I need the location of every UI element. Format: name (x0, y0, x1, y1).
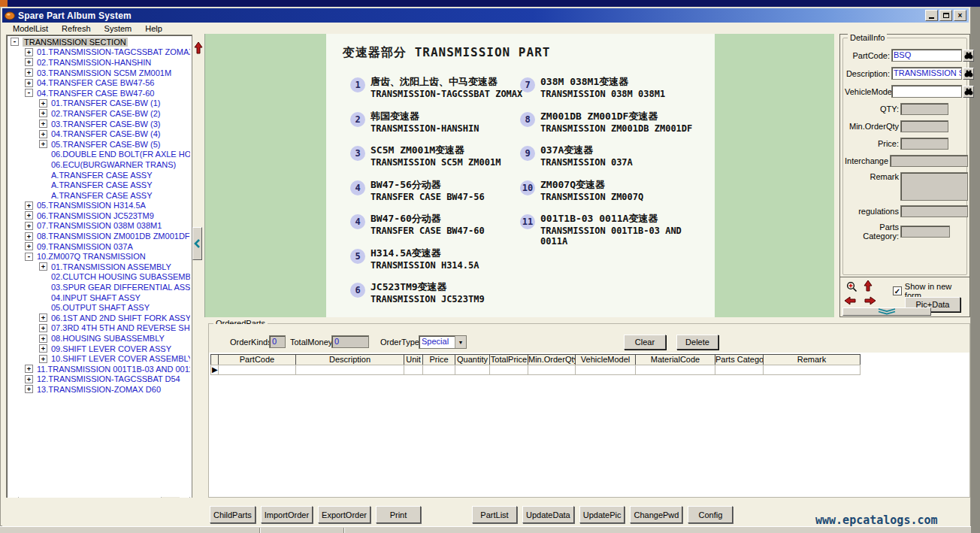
expand-icon[interactable]: + (25, 385, 33, 393)
tree-item[interactable]: - 04.TRANSFER CASE BW47-60 (8, 88, 190, 98)
tree-item[interactable]: 06.DOUBLE END BOLT(FR AXLE HOUSING) (8, 150, 190, 160)
pan-up-icon[interactable] (863, 280, 873, 292)
footer-button[interactable]: ExportOrder (318, 506, 371, 523)
tree-item[interactable]: + 07.TRANSMISSION 038M 038M1 (8, 221, 190, 232)
order-type-select[interactable]: Special ▼ (419, 335, 467, 349)
footer-button[interactable]: ImportOrder (261, 506, 313, 523)
grid-cell[interactable] (404, 365, 423, 375)
panel-collapse-handle[interactable] (192, 227, 202, 260)
tree-item[interactable]: + 06.1ST AND 2ND SHIFT FORK ASSY (8, 313, 190, 323)
footer-button[interactable]: ChildParts (210, 506, 256, 523)
pan-left-icon[interactable] (844, 295, 857, 306)
delete-button[interactable]: Delete (676, 335, 718, 350)
grid-header[interactable]: Unit (404, 354, 423, 365)
tree-item[interactable]: + 04.TRANSFER CASE BW47-56 (8, 77, 190, 88)
grid-header[interactable]: PartCode (218, 354, 296, 365)
expand-icon[interactable]: + (25, 48, 33, 56)
collapse-icon[interactable]: - (11, 38, 19, 46)
expand-icon[interactable]: - (25, 253, 33, 261)
tree-item[interactable]: A.TRANSFER CASE ASSY (8, 190, 190, 201)
grid-cell[interactable] (763, 365, 861, 375)
search-part-code-button[interactable] (963, 50, 974, 62)
expand-icon[interactable]: + (25, 211, 33, 220)
expand-icon[interactable]: + (39, 355, 47, 363)
part-code-input[interactable]: BSQ (891, 49, 962, 62)
pan-right-icon[interactable] (864, 295, 876, 306)
tree-item[interactable]: + 12.TRANSMISSION-TAGCSSBAT D54 (8, 374, 190, 385)
tree-item[interactable]: + 05.TRANSFER CASE-BW (5) (8, 139, 190, 150)
expand-icon[interactable]: + (39, 313, 47, 322)
grid-cell[interactable] (422, 365, 455, 375)
expand-icon[interactable]: + (25, 201, 33, 210)
grid-header[interactable]: VehicleModel (575, 354, 636, 365)
expand-icon[interactable]: + (25, 375, 33, 383)
expand-icon[interactable]: + (25, 365, 33, 373)
tree-item[interactable]: + 09.SHIFT LEVER COVER ASSY (8, 344, 190, 354)
tree-item[interactable]: + 06.TRANSMISSION JC523TM9 (8, 210, 190, 221)
expand-icon[interactable]: + (39, 262, 47, 271)
tree-item[interactable]: + 01.TRANSMISSION-TAGCSSBAT ZOMAX (8, 47, 190, 58)
expand-icon[interactable]: + (39, 109, 47, 117)
footer-button[interactable]: UpdatePic (579, 506, 625, 523)
tree-item[interactable]: + 11.TRANSMISSION 001T1B-03 AND 0011A (8, 364, 190, 374)
grid-cell[interactable] (528, 365, 576, 375)
expand-icon[interactable]: + (25, 79, 33, 87)
expand-icon[interactable]: - (25, 89, 33, 97)
tree-item[interactable]: + 04.TRANSFER CASE-BW (4) (8, 129, 190, 139)
grid-cell[interactable] (489, 365, 528, 375)
expand-icon[interactable]: + (39, 324, 47, 332)
grid-cell[interactable] (635, 365, 715, 375)
grid-cell[interactable] (218, 365, 296, 375)
chevron-down-icon[interactable]: ▼ (455, 336, 466, 348)
vehicle-model-input[interactable] (891, 85, 962, 98)
tree-item[interactable]: + 10.SHIFT LEVER COVER ASSEMBLY (8, 353, 190, 364)
tree-item[interactable]: + 03.TRANSFER CASE-BW (3) (8, 119, 190, 129)
expand-icon[interactable]: + (25, 222, 33, 230)
scroll-up-arrow-icon[interactable] (193, 41, 204, 55)
show-in-new-form-checkbox[interactable]: ✓ (893, 286, 902, 295)
tree-item[interactable]: + 09.TRANSMISSION 037A (8, 241, 190, 252)
grid-cell[interactable] (715, 365, 764, 375)
tree-item[interactable]: + 13.TRANSMISSION-ZOMAX D60 (8, 384, 190, 395)
tree-item[interactable]: A.TRANSFER CASE ASSY (8, 180, 190, 190)
tree-item[interactable]: + 08.TRANSMISSION ZM001DB ZM001DF (8, 231, 190, 241)
footer-button[interactable]: Config (688, 506, 733, 523)
grid-header[interactable]: Quantity (455, 354, 490, 365)
expand-icon[interactable]: + (25, 232, 33, 241)
tree-item[interactable]: + 08.HOUSING SUBASSEMBLY (8, 333, 190, 344)
grid-header[interactable]: Remark (763, 354, 861, 365)
grid-header[interactable]: Parts Category (715, 354, 764, 365)
clear-button[interactable]: Clear (624, 335, 666, 350)
tree-root-item[interactable]: - TRANSMISSION SECTION (8, 37, 190, 47)
tree-item[interactable]: - 10.ZM007Q TRANSMISSION (8, 251, 190, 262)
tree-item[interactable]: + 01.TRANSMISSION ASSEMBLY (8, 262, 190, 272)
grid-cell[interactable] (455, 365, 490, 375)
expand-icon[interactable]: + (39, 140, 47, 148)
search-vehicle-model-button[interactable] (963, 86, 974, 98)
tree-item[interactable]: A.TRANSFER CASE ASSY (8, 170, 190, 180)
tree-item[interactable]: 02.CLUTCH HOUSING SUBASSEMBLY (8, 272, 190, 283)
tree-item[interactable]: 03.SPUR GEAR DIFFERENTIAL ASSY (8, 282, 190, 292)
expand-icon[interactable]: + (25, 242, 33, 250)
tree-item[interactable]: + 02.TRANSFER CASE-BW (2) (8, 108, 190, 119)
expand-icon[interactable]: + (25, 68, 33, 77)
expand-icon[interactable]: + (39, 344, 47, 353)
zoom-in-icon[interactable] (846, 281, 858, 292)
menu-item[interactable]: ModelList (6, 23, 55, 34)
description-input[interactable]: TRANSMISSION SECTION (891, 67, 962, 80)
tree-item[interactable]: + 07.3RD 4TH 5TH AND REVERSE SHIFT FORK (8, 323, 190, 334)
menu-item[interactable]: Refresh (55, 23, 98, 34)
grid-header[interactable]: TotalPrice (489, 354, 528, 365)
tree-item[interactable]: + 02.TRANSMISSION-HANSHIN (8, 57, 190, 68)
expand-icon[interactable]: + (39, 99, 47, 108)
menu-item[interactable]: System (98, 23, 139, 34)
tree-item[interactable]: 06.ECU(BURGWARNER TRANS) (8, 159, 190, 170)
grid-cell[interactable] (295, 365, 404, 375)
search-description-button[interactable] (963, 68, 974, 80)
minimize-button[interactable] (925, 10, 938, 21)
tree-item[interactable]: 05.OUTPUT SHAFT ASSY (8, 302, 190, 313)
grid-header[interactable]: MaterialCode (635, 354, 715, 365)
tree-item[interactable]: + 05.TRANSMISSION H314.5A (8, 201, 190, 211)
grid-header[interactable]: Min.OrderQty. (528, 354, 576, 365)
expand-icon[interactable]: + (25, 58, 33, 66)
